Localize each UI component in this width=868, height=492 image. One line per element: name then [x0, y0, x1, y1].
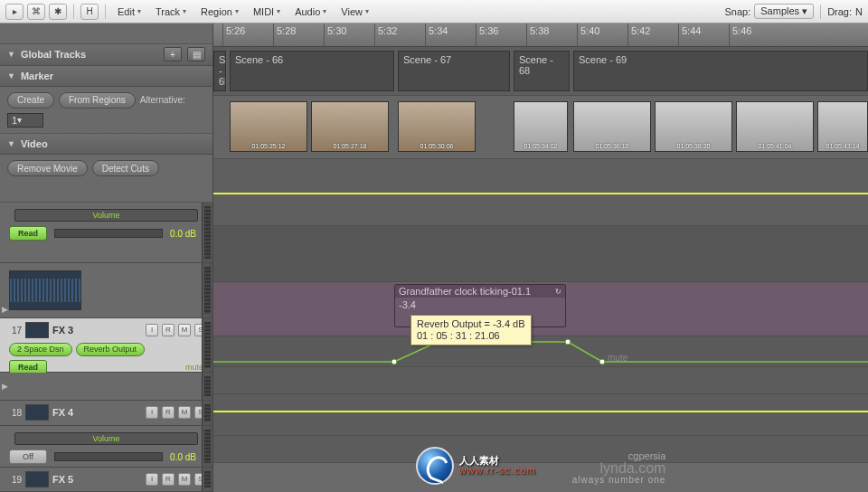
menu-region[interactable]: Region▾: [195, 6, 244, 17]
pointer-tool-icon[interactable]: ▸: [5, 4, 24, 20]
mute-button[interactable]: M: [178, 473, 191, 486]
loop-icon: ↻: [555, 288, 561, 296]
insert-slot-2[interactable]: Reverb Output: [76, 343, 146, 356]
region-gain-value: -3.4: [399, 299, 561, 310]
top-toolbar: ▸ ⌘ ✱ H Edit▾ Track▾ Region▾ MIDI▾ Audio…: [0, 0, 868, 24]
from-regions-button[interactable]: From Regions: [59, 92, 136, 109]
automation-node[interactable]: [565, 339, 571, 345]
detect-cuts-button[interactable]: Detect Cuts: [92, 160, 159, 176]
video-thumbnail: 01:05:27:18: [311, 101, 389, 152]
fx3-automation-lane[interactable]: mute: [213, 336, 868, 367]
menu-edit[interactable]: Edit▾: [112, 6, 146, 17]
level-meter: [202, 263, 212, 317]
level-meter: [202, 373, 212, 400]
ruler-tick: 5:46: [729, 24, 779, 46]
track-number: 19: [5, 475, 22, 485]
fx3-track-header[interactable]: 17 FX 3 I R M S 2 Space Dsn Reverb Outpu…: [0, 318, 212, 373]
fx3-region-lane[interactable]: Grandfather clock ticking-01.1↻ -3.4 Rev…: [213, 282, 868, 336]
db-readout: 0.0 dB: [170, 452, 203, 462]
level-meter: [202, 401, 212, 425]
volume-automation-lane[interactable]: [213, 159, 868, 226]
disclosure-icon[interactable]: ▼: [7, 139, 15, 148]
marker-header[interactable]: ▼ Marker: [0, 66, 212, 87]
marker-lane[interactable]: Sc - 65 Scene - 66 Scene - 67 Scene - 68…: [213, 47, 868, 96]
hand-tool-icon[interactable]: H: [80, 4, 99, 20]
snap-select[interactable]: Samples ▾: [754, 4, 814, 19]
add-global-track-button[interactable]: +: [164, 47, 182, 62]
marker-region[interactable]: Scene - 66: [230, 51, 394, 91]
mute-button[interactable]: M: [178, 406, 191, 419]
fx5-track-header[interactable]: 19 FX 5 I R M S: [0, 468, 212, 492]
marker-region[interactable]: Scene - 68: [514, 51, 570, 91]
ruler-tick: 5:36: [476, 24, 526, 46]
fx4-track-header[interactable]: 18 FX 4 I R M S: [0, 401, 212, 426]
disclosure-icon[interactable]: ▶: [2, 305, 8, 314]
disclosure-icon[interactable]: ▼: [7, 71, 15, 80]
automation-line[interactable]: [213, 193, 868, 194]
record-button[interactable]: R: [162, 406, 175, 419]
marker-body: Create From Regions Alternative: 1 ▾: [0, 87, 212, 134]
level-meter: [202, 318, 212, 372]
menu-view[interactable]: View▾: [335, 6, 374, 17]
ruler-tick: 5:38: [526, 24, 577, 46]
automation-envelope[interactable]: [213, 336, 868, 366]
input-button[interactable]: I: [146, 473, 158, 486]
global-tracks-header[interactable]: ▼ Global Tracks + ▤: [0, 44, 212, 65]
marker-region[interactable]: Scene - 67: [398, 51, 510, 91]
insert-slot-1[interactable]: 2 Space Dsn: [9, 343, 72, 356]
remove-movie-button[interactable]: Remove Movie: [7, 160, 88, 176]
track-name: FX 5: [52, 474, 142, 485]
track-name: FX 3: [52, 325, 142, 336]
volume-track-header[interactable]: Volume Read 0.0 dB: [0, 203, 212, 263]
fx4-volume-lane[interactable]: [213, 394, 868, 436]
video-thumbnail: 01:05:41:04: [736, 101, 814, 152]
video-lane[interactable]: 01:05:25:12 01:05:27:18 01:05:30:06 01:0…: [213, 96, 868, 159]
automation-off-button[interactable]: Off: [9, 449, 47, 464]
fx4-volume-header[interactable]: Volume Off 0.0 dB: [0, 426, 212, 468]
time-ruler[interactable]: 5:26 5:28 5:30 5:32 5:34 5:36 5:38 5:40 …: [213, 24, 868, 47]
audio-lane[interactable]: [213, 226, 868, 282]
automation-node[interactable]: [392, 359, 398, 365]
ruler-tick: 5:40: [577, 24, 627, 46]
record-button[interactable]: R: [162, 324, 175, 336]
fx5-lane[interactable]: [213, 436, 868, 463]
automation-line[interactable]: [213, 411, 868, 412]
ruler-tick: 5:30: [324, 24, 374, 46]
db-readout: 0.0 dB: [170, 229, 203, 239]
alternative-label: Alternative:: [140, 92, 185, 109]
waveform-track-header[interactable]: ▶: [0, 263, 212, 318]
volume-slider[interactable]: [54, 452, 163, 461]
marker-region[interactable]: Scene - 69: [573, 51, 868, 91]
menu-track[interactable]: Track▾: [150, 6, 192, 17]
input-button[interactable]: I: [146, 406, 158, 419]
fx3-automation-header[interactable]: ▶: [0, 373, 212, 401]
input-button[interactable]: I: [146, 324, 158, 336]
run-tool-icon[interactable]: ✱: [49, 4, 67, 20]
disclosure-icon[interactable]: ▶: [2, 382, 8, 391]
arrange-area[interactable]: 5:26 5:28 5:30 5:32 5:34 5:36 5:38 5:40 …: [213, 24, 868, 492]
marker-region[interactable]: Sc - 65: [213, 51, 226, 91]
record-button[interactable]: R: [162, 473, 175, 486]
menu-audio[interactable]: Audio▾: [289, 6, 332, 17]
mute-button[interactable]: M: [178, 324, 191, 336]
video-thumbnail: 01:05:30:06: [398, 101, 476, 152]
level-meter: [202, 203, 212, 262]
ruler-tick: 5:44: [678, 24, 729, 46]
volume-param-select[interactable]: Volume: [14, 432, 198, 445]
alternative-select[interactable]: 1 ▾: [7, 113, 43, 128]
automation-node[interactable]: [599, 359, 606, 365]
automation-read-button[interactable]: Read: [9, 226, 47, 241]
disclosure-icon[interactable]: ▼: [7, 50, 15, 59]
create-marker-button[interactable]: Create: [7, 92, 54, 109]
volume-param-select[interactable]: Volume: [14, 209, 198, 222]
snap-label: Snap:: [725, 6, 751, 17]
volume-slider[interactable]: [54, 229, 163, 238]
video-thumbnail: 01:05:38:20: [655, 101, 732, 152]
level-meter: [202, 468, 212, 491]
video-header[interactable]: ▼ Video: [0, 134, 212, 155]
configure-global-tracks-button[interactable]: ▤: [187, 47, 205, 62]
menu-midi[interactable]: MIDI▾: [248, 6, 286, 17]
fx4-lane[interactable]: [213, 367, 868, 394]
link-tool-icon[interactable]: ⌘: [27, 4, 45, 20]
track-icon: [25, 471, 49, 487]
